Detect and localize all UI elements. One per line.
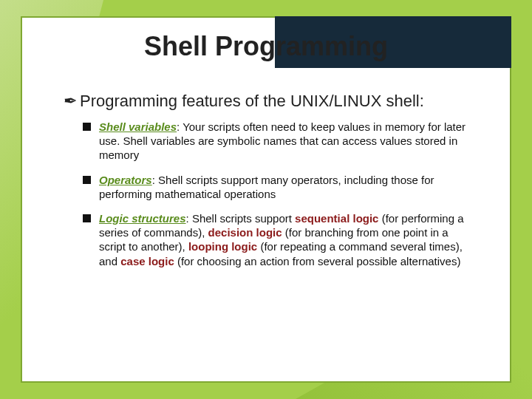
emph-looping: looping logic [188,240,257,253]
sep: : [152,174,158,186]
emph-decision: decision logic [208,226,282,239]
p4: (for choosing an action from several pos… [174,255,461,267]
desc-prefix: Shell scripts support [192,212,295,225]
emph-case: case logic [120,255,174,267]
list-item: Operators: Shell scripts support many op… [83,173,468,201]
list-item: Shell variables: Your scripts often need… [83,120,468,163]
slide-content: ✒Programming features of the UNIX/LINUX … [22,92,510,268]
sep: : [186,212,192,225]
list-item: Logic structures: Shell scripts support … [83,211,468,268]
slide-title: Shell Programming [22,18,510,92]
term-operators: Operators [99,174,152,186]
emph-sequential: sequential logic [295,212,378,225]
intro-line: ✒Programming features of the UNIX/LINUX … [64,92,468,111]
feature-list: Shell variables: Your scripts often need… [64,120,468,268]
term-logic-structures: Logic structures [99,212,186,225]
intro-bullet-icon: ✒ [64,92,77,111]
slide-frame: Shell Programming ✒Programming features … [21,16,511,383]
term-shell-variables: Shell variables [99,120,177,133]
sep: : [177,120,183,133]
intro-text: Programming features of the UNIX/LINUX s… [80,92,424,110]
